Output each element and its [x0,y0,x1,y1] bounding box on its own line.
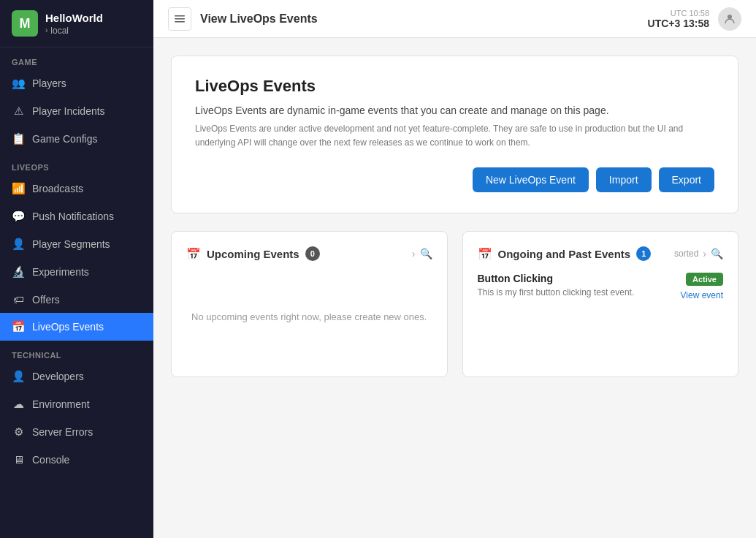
event-row: Button Clicking This is my first button … [478,273,724,300]
upcoming-events-panel: 📅 Upcoming Events 0 › 🔍 No upcoming even… [171,231,448,377]
status-badge: Active [686,273,723,286]
upcoming-expand-icon[interactable]: › [412,248,416,259]
sidebar-item-server-errors[interactable]: ⚙ Server Errors [0,418,153,446]
environment-icon: ☁ [12,398,25,411]
broadcasts-icon: 📶 [12,182,25,195]
info-card-desc-main: LiveOps Events are dynamic in-game event… [195,105,714,116]
sidebar-item-label: Push Notifications [32,211,114,222]
new-liveops-event-button[interactable]: New LiveOps Event [473,167,589,192]
sidebar-item-label: Developers [32,371,84,382]
sidebar-item-developers[interactable]: 👤 Developers [0,363,153,390]
sidebar-item-label: Console [32,454,69,466]
sidebar-header: M HelloWorld › local [0,0,153,48]
sidebar-item-environment[interactable]: ☁ Environment [0,390,153,418]
event-info: Button Clicking This is my first button … [478,273,635,298]
sidebar-item-label: Player Segments [32,238,110,250]
ongoing-events-panel: 📅 Ongoing and Past Events 1 sorted › 🔍 B… [462,231,739,377]
svg-rect-2 [175,21,185,23]
sidebar-item-label: Experiments [32,266,89,278]
upcoming-events-title: Upcoming Events [207,248,299,260]
info-card-actions: New LiveOps Event Import Export [195,167,714,192]
sidebar-item-label: Player Incidents [32,105,105,117]
sidebar-toggle-button[interactable] [168,7,191,31]
configs-icon: 📋 [12,132,25,145]
offers-icon: 🏷 [12,293,25,306]
utc-label: UTC [671,9,687,18]
topbar: View LiveOps Events UTC 10:58 UTC+3 13:5… [153,0,756,38]
ongoing-panel-actions: sorted › 🔍 [674,248,723,259]
ongoing-events-title: Ongoing and Past Events [498,248,631,260]
svg-rect-0 [175,15,185,17]
sidebar-item-label: LiveOps Events [32,321,104,333]
upcoming-search-icon[interactable]: 🔍 [420,248,432,259]
local-label: UTC+3 [648,18,681,29]
events-grid: 📅 Upcoming Events 0 › 🔍 No upcoming even… [171,231,738,377]
ongoing-events-header: 📅 Ongoing and Past Events 1 sorted › 🔍 [478,246,724,261]
local-time: 13:58 [683,18,709,29]
utc-time: 10:58 [689,9,709,18]
env-label: local [50,26,69,36]
experiments-icon: 🔬 [12,265,25,279]
sidebar-item-offers[interactable]: 🏷 Offers [0,286,153,313]
sidebar-item-label: Players [32,77,66,89]
section-label-game: Game [0,48,153,69]
push-icon: 💬 [12,210,25,223]
sidebar-item-console[interactable]: 🖥 Console [0,446,153,473]
user-avatar[interactable] [718,7,741,31]
sidebar-item-liveops-events[interactable]: 📅 LiveOps Events [0,313,153,341]
sidebar-item-broadcasts[interactable]: 📶 Broadcasts [0,175,153,202]
svg-rect-1 [175,18,185,20]
sidebar-item-game-configs[interactable]: 📋 Game Configs [0,125,153,153]
main-content: LiveOps Events LiveOps Events are dynami… [153,38,756,538]
app-name: HelloWorld [45,12,103,24]
sidebar: M HelloWorld › local Game 👥 Players ⚠ Pl… [0,0,153,538]
upcoming-events-header: 📅 Upcoming Events 0 › 🔍 [186,246,432,261]
event-description: This is my first button clicking test ev… [478,287,635,298]
ongoing-count-badge: 1 [636,246,651,261]
view-event-link[interactable]: View event [681,290,723,300]
export-button[interactable]: Export [659,167,714,192]
ongoing-expand-icon[interactable]: › [703,248,706,259]
calendar-icon-2: 📅 [478,247,492,261]
liveops-events-icon: 📅 [12,320,25,333]
sidebar-item-label: Broadcasts [32,183,83,194]
sorted-label: sorted [674,249,698,259]
sidebar-item-label: Server Errors [32,426,93,438]
sidebar-item-players[interactable]: 👥 Players [0,69,153,97]
calendar-icon: 📅 [186,247,201,261]
upcoming-events-empty: No upcoming events right now, please cre… [186,273,432,360]
upcoming-count-badge: 0 [305,246,320,261]
upcoming-empty-text: No upcoming events right now, please cre… [191,311,427,322]
incidents-icon: ⚠ [12,105,25,118]
sidebar-item-label: Offers [32,294,60,306]
import-button[interactable]: Import [596,167,652,192]
env-arrow-icon: › [45,26,47,34]
section-label-technical: Technical [0,341,153,363]
segments-icon: 👤 [12,238,25,251]
info-card-desc-sub: LiveOps Events are under active developm… [195,122,714,150]
app-env[interactable]: › local [45,26,103,36]
event-meta: Active View event [681,273,723,300]
main-area: View LiveOps Events UTC 10:58 UTC+3 13:5… [153,0,756,538]
info-card-title: LiveOps Events [195,77,714,96]
event-name: Button Clicking [478,273,635,284]
section-label-liveops: LiveOps [0,153,153,175]
server-errors-icon: ⚙ [12,425,25,439]
sidebar-item-experiments[interactable]: 🔬 Experiments [0,258,153,286]
sidebar-item-player-incidents[interactable]: ⚠ Player Incidents [0,97,153,125]
developers-icon: 👤 [12,370,25,383]
svg-point-3 [728,15,732,19]
topbar-time: UTC 10:58 UTC+3 13:58 [648,9,709,29]
ongoing-search-icon[interactable]: 🔍 [711,248,723,259]
info-card: LiveOps Events LiveOps Events are dynami… [171,56,738,213]
players-icon: 👥 [12,77,25,90]
sidebar-item-player-segments[interactable]: 👤 Player Segments [0,230,153,258]
upcoming-panel-actions: › 🔍 [412,248,432,259]
console-icon: 🖥 [12,453,25,466]
app-logo: M [12,10,38,37]
sidebar-item-label: Environment [32,398,90,410]
page-title: View LiveOps Events [200,12,639,26]
sidebar-item-push-notifications[interactable]: 💬 Push Notifications [0,202,153,230]
sidebar-item-label: Game Configs [32,133,97,145]
